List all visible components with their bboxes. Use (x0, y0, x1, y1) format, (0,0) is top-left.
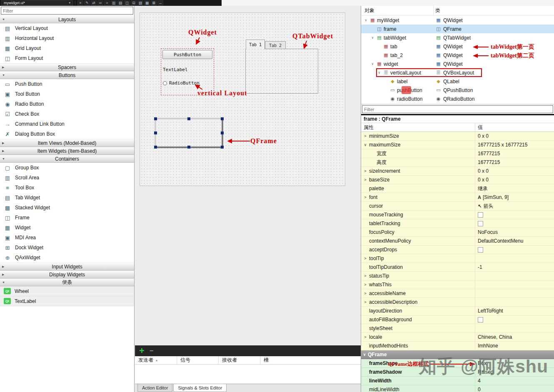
property-value-cell[interactable]: 4 (475, 377, 554, 385)
property-value-cell[interactable]: ImhNone (475, 342, 554, 350)
signal-column-header-1[interactable]: 信号 (177, 356, 219, 364)
category-scratchpad[interactable]: ▼便条 (0, 278, 134, 286)
property-value-cell[interactable]: Chinese, China (475, 333, 554, 341)
widget-item-mdi-area[interactable]: ▣MDI Area (0, 233, 134, 243)
checkbox[interactable] (478, 212, 483, 218)
chevron-right-icon[interactable]: > (363, 169, 368, 173)
widget-item-qt-widget[interactable]: QtTextLabel (0, 296, 134, 306)
property-value-cell[interactable]: 16777215 (475, 149, 554, 158)
signal-editor-body[interactable] (135, 365, 361, 384)
chevron-down-icon[interactable]: ∨ (370, 36, 375, 40)
category-containers[interactable]: ▼Containers (0, 155, 134, 163)
chevron-right-icon[interactable]: > (363, 195, 368, 199)
remove-connection-button[interactable]: − (150, 347, 153, 355)
property-value-cell[interactable]: 0 (475, 385, 554, 392)
property-row-styleSheet[interactable]: styleSheet (361, 324, 554, 333)
selection-handle[interactable] (187, 117, 190, 120)
selection-handle[interactable] (154, 117, 157, 120)
object-row-widget[interactable]: ∨▦widget▦QWidget (361, 60, 554, 68)
selection-handle[interactable] (221, 131, 224, 134)
property-value-cell[interactable] (475, 219, 554, 228)
qframe-widget[interactable] (155, 118, 223, 148)
chevron-right-icon[interactable]: > (363, 134, 368, 138)
property-value-cell[interactable]: 16777215 (475, 158, 554, 166)
property-value-cell[interactable]: 16777215 x 16777215 (475, 141, 554, 149)
widget-item-check-box[interactable]: ☑Check Box (0, 109, 134, 119)
category-item-views[interactable]: ▶Item Views (Model-Based) (0, 139, 134, 147)
property-row-tabletTracking[interactable]: tabletTracking (361, 219, 554, 228)
qwidget-container[interactable]: PushButton TextLabel RadioButton (161, 48, 214, 95)
tab-pane[interactable] (245, 49, 318, 94)
property-value-cell[interactable] (475, 211, 554, 219)
column-header-object[interactable]: 对象 (361, 6, 434, 15)
widget-item-tool-button[interactable]: ▣Tool Button (0, 89, 134, 99)
column-header-class[interactable]: 类 (434, 7, 440, 14)
property-row-inputMethodHints[interactable]: inputMethodHintsImhNone (361, 342, 554, 350)
signal-column-header-2[interactable]: 接收者 (219, 356, 260, 364)
property-value-cell[interactable]: DefaultContextMenu (475, 237, 554, 245)
chevron-down-icon[interactable]: ∨ (364, 18, 368, 22)
tab-2[interactable]: Tab 2 (265, 41, 286, 49)
layout-splitter-vertical-icon[interactable]: ⊟ (131, 0, 137, 5)
edit-tab-order-icon[interactable]: » (104, 0, 110, 5)
property-value-cell[interactable]: Box (475, 359, 554, 367)
column-header-value[interactable]: 值 (475, 124, 483, 131)
property-row-locale[interactable]: >localeChinese, China (361, 333, 554, 342)
property-value-cell[interactable]: A[SimSun, 9] (475, 193, 554, 201)
object-row-pushButton[interactable]: ▭pushButton▭QPushButton (361, 86, 554, 94)
edit-signals-slots-icon[interactable]: ⇄ (91, 0, 97, 5)
property-value-cell[interactable] (475, 298, 554, 306)
column-header-property[interactable]: 属性 (361, 123, 475, 131)
property-row-contextMenuPolicy[interactable]: contextMenuPolicyDefaultContextMenu (361, 237, 554, 246)
object-row-myWidget[interactable]: ∨▦myWidget▦QWidget (361, 16, 554, 25)
widget-item-tool-box[interactable]: ≡Tool Box (0, 183, 134, 193)
property-row-autoFillBackground[interactable]: autoFillBackground (361, 315, 554, 324)
edit-buddies-icon[interactable]: ∞ (97, 0, 103, 5)
property-row-mouseTracking[interactable]: mouseTracking (361, 211, 554, 219)
property-value-cell[interactable]: ↖箭头 (475, 202, 554, 210)
open-file-combo[interactable]: mywidget.ui* ▾ (1, 0, 73, 5)
selection-handle[interactable] (221, 146, 224, 149)
widget-item-frame[interactable]: ◫Frame (0, 213, 134, 223)
selection-handle[interactable] (187, 146, 190, 149)
property-value-cell[interactable] (475, 254, 554, 263)
property-row-height[interactable]: 高度16777215 (361, 158, 554, 167)
chevron-right-icon[interactable]: > (363, 300, 368, 304)
tab-action-editor[interactable]: Action Editor (137, 384, 172, 392)
property-value-cell[interactable]: 0 x 0 (475, 167, 554, 175)
property-value-cell[interactable]: LeftToRight (475, 307, 554, 315)
object-row-tabWidget[interactable]: ∨▤tabWidget▤QTabWidget (361, 33, 554, 42)
chevron-down-icon[interactable]: ∨ (377, 71, 382, 74)
layout-form-icon[interactable]: ▧ (137, 0, 143, 5)
object-row-label[interactable]: ◆label◆QLabel (361, 77, 554, 86)
widget-item-radio-button[interactable]: ◉Radio Button (0, 99, 134, 109)
chevron-down-icon[interactable]: ∨ (370, 62, 375, 66)
property-row-maximumSize[interactable]: ∨maximumSize16777215 x 16777215 (361, 141, 554, 149)
chevron-right-icon[interactable]: > (363, 283, 368, 287)
chevron-right-icon[interactable]: > (363, 291, 368, 295)
property-value-cell[interactable] (475, 324, 554, 332)
widget-item-command-link-button[interactable]: →Command Link Button (0, 119, 134, 129)
signal-column-header-0[interactable]: 发送者▴ (135, 356, 177, 364)
property-value-cell[interactable]: Raised (475, 368, 554, 376)
tab-signals-slots-editor[interactable]: Signals & Slots Editor (173, 384, 227, 392)
property-row-accessibleName[interactable]: >accessibleName (361, 289, 554, 298)
property-row-accessibleDescription[interactable]: >accessibleDescription (361, 298, 554, 307)
property-value-cell[interactable] (475, 272, 554, 280)
push-button-widget[interactable]: PushButton (162, 50, 212, 59)
widget-item-push-button[interactable]: ▭Push Button (0, 79, 134, 89)
chevron-right-icon[interactable]: > (363, 256, 368, 261)
widget-filter-input[interactable] (1, 7, 133, 15)
widget-item-dock-widget[interactable]: ⊞Dock Widget (0, 243, 134, 253)
object-row-radioButton[interactable]: ◉radioButton◉QRadioButton (361, 94, 554, 103)
property-row-acceptDrops[interactable]: acceptDrops (361, 246, 554, 254)
radio-button-widget[interactable]: RadioButton (163, 80, 200, 86)
layout-splitter-horizontal-icon[interactable]: ◫ (124, 0, 130, 5)
object-row-tab[interactable]: ▦tab▦QWidgettabWidget第一页 (361, 42, 554, 51)
widget-item-vertical-layout[interactable]: ▤Vertical Layout (0, 23, 134, 33)
widget-item-dialog-button-box[interactable]: ✗Dialog Button Box (0, 129, 134, 139)
widget-item-stacked-widget[interactable]: ▩Stacked Widget (0, 203, 134, 213)
checkbox[interactable] (478, 317, 483, 323)
property-row-toolTipDuration[interactable]: toolTipDuration-1 (361, 263, 554, 272)
tab-1[interactable]: Tab 1 (246, 40, 265, 49)
